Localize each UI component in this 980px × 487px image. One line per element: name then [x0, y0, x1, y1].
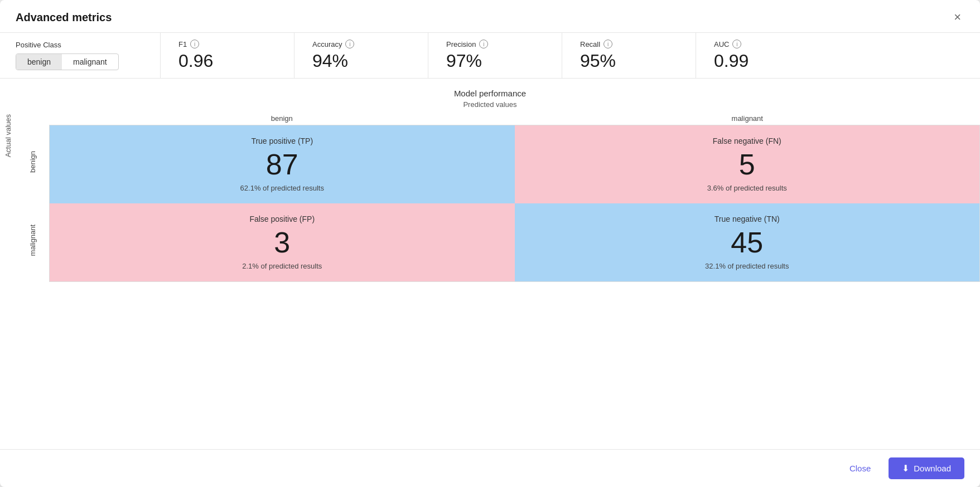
metric-precision-value: 97%: [446, 51, 544, 71]
f1-info-icon[interactable]: i: [190, 40, 199, 48]
fn-pct: 3.6% of predicted results: [707, 184, 787, 192]
modal-header: Advanced metrics ×: [0, 0, 980, 33]
metric-accuracy-label-row: Accuracy i: [312, 40, 410, 48]
metric-accuracy-value: 94%: [312, 51, 410, 71]
cell-false-negative: False negative (FN) 5 3.6% of predicted …: [515, 125, 980, 203]
fp-label: False positive (FP): [249, 215, 315, 223]
modal-container: Advanced metrics × Positive Class benign…: [0, 0, 980, 487]
fp-pct: 2.1% of predicted results: [242, 262, 322, 270]
modal-footer: Close ⬇ Download: [0, 449, 980, 487]
confusion-matrix-wrapper: Actual values benign malignant benign ma…: [0, 114, 980, 449]
actual-labels-col: benign malignant: [16, 125, 49, 282]
positive-class-label: Positive Class: [16, 41, 147, 49]
actual-label-benign: benign: [16, 151, 49, 173]
metric-f1-label: F1: [178, 40, 187, 48]
predicted-label-benign: benign: [49, 114, 515, 123]
metric-auc-label: AUC: [714, 40, 729, 48]
close-button[interactable]: Close: [838, 459, 882, 478]
cell-true-negative: True negative (TN) 45 32.1% of predicted…: [515, 203, 980, 281]
fn-value: 5: [739, 149, 755, 181]
metric-auc-label-row: AUC i: [714, 40, 812, 48]
metric-precision: Precision i 97%: [428, 33, 562, 78]
metric-recall-label: Recall: [580, 40, 600, 48]
metric-recall: Recall i 95%: [562, 33, 696, 78]
positive-class-section: Positive Class benign malignant: [16, 33, 161, 78]
download-label: Download: [914, 464, 951, 473]
chart-subtitle: Predicted values: [463, 100, 516, 109]
metric-f1-value: 0.96: [178, 51, 276, 71]
cell-true-positive: True positive (TP) 87 62.1% of predicted…: [50, 125, 515, 203]
tn-label: True negative (TN): [715, 215, 780, 223]
tn-pct: 32.1% of predicted results: [705, 262, 789, 270]
metric-accuracy: Accuracy i 94%: [295, 33, 428, 78]
metric-f1: F1 i 0.96: [161, 33, 295, 78]
download-button[interactable]: ⬇ Download: [889, 457, 964, 479]
metric-recall-label-row: Recall i: [580, 40, 678, 48]
auc-info-icon[interactable]: i: [732, 40, 741, 48]
matrix-with-actual: benign malignant True positive (TP) 87 6…: [16, 125, 980, 282]
metric-f1-label-row: F1 i: [178, 40, 276, 48]
metric-precision-label-row: Precision i: [446, 40, 544, 48]
tp-value: 87: [266, 149, 298, 181]
tn-value: 45: [731, 227, 763, 259]
chart-title: Model performance: [454, 89, 526, 98]
predicted-label-malignant: malignant: [515, 114, 981, 123]
toggle-benign[interactable]: benign: [16, 54, 62, 70]
metrics-bar: Positive Class benign malignant F1 i 0.9…: [0, 33, 980, 79]
metric-auc: AUC i 0.99: [696, 33, 830, 78]
positive-class-toggle: benign malignant: [16, 53, 119, 70]
cell-false-positive: False positive (FP) 3 2.1% of predicted …: [50, 203, 515, 281]
metric-recall-value: 95%: [580, 51, 678, 71]
recall-info-icon[interactable]: i: [604, 40, 612, 48]
modal-title: Advanced metrics: [16, 11, 112, 24]
metric-auc-value: 0.99: [714, 51, 812, 71]
download-icon: ⬇: [902, 463, 909, 474]
metric-accuracy-label: Accuracy: [312, 40, 342, 48]
precision-info-icon[interactable]: i: [479, 40, 488, 48]
confusion-matrix: True positive (TP) 87 62.1% of predicted…: [49, 125, 980, 282]
tp-label: True positive (TP): [251, 137, 313, 145]
metric-precision-label: Precision: [446, 40, 476, 48]
predicted-labels-row: benign malignant: [49, 114, 980, 123]
actual-label-malignant: malignant: [16, 225, 49, 256]
modal-close-button[interactable]: ×: [950, 10, 964, 25]
matrix-container: benign malignant benign malignant True p…: [16, 114, 980, 282]
chart-area: Model performance Predicted values Actua…: [0, 79, 980, 449]
tp-pct: 62.1% of predicted results: [240, 184, 324, 192]
toggle-malignant[interactable]: malignant: [62, 54, 118, 70]
fn-label: False negative (FN): [713, 137, 781, 145]
fp-value: 3: [274, 227, 290, 259]
actual-values-label: Actual values: [0, 114, 16, 157]
accuracy-info-icon[interactable]: i: [345, 40, 354, 48]
